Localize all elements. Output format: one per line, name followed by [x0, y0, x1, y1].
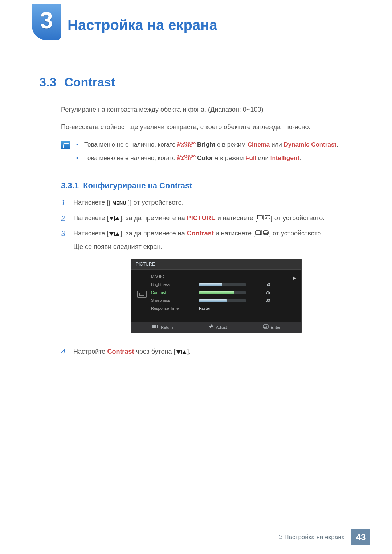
step-text: Натиснете [: [73, 230, 109, 237]
step-text: ] от устройството.: [271, 214, 324, 222]
svg-rect-8: [114, 232, 115, 236]
svg-marker-23: [182, 350, 187, 354]
note-text: Това меню не е налично, когато: [84, 155, 177, 161]
note-text: Това меню не е налично, когато: [84, 141, 177, 148]
step-1: 1 Натиснете [MENU] от устройството.: [61, 198, 359, 208]
svg-marker-0: [109, 217, 114, 220]
osd-label: Response Time: [151, 305, 191, 312]
magic-suffix: Color: [197, 155, 213, 161]
osd-category-icon-column: [135, 272, 149, 316]
subsection-title: Конфигуриране на Contrast: [83, 181, 192, 190]
svg-rect-16: [157, 325, 158, 328]
menu-button-key: MENU: [109, 200, 129, 206]
osd-row-response: Response Time : Faster: [151, 304, 298, 312]
step-3: 3 Натиснете [], за да преминете на Contr…: [61, 229, 359, 342]
subsection-heading: 3.3.1 Конфигуриране на Contrast: [61, 180, 359, 192]
highlight-word: PICTURE: [187, 214, 216, 222]
step-number: 1: [61, 198, 68, 208]
osd-footer-label: Return: [161, 324, 173, 331]
step-number: 3: [61, 229, 68, 239]
osd-text-value: Faster: [199, 305, 257, 312]
note-text: или: [270, 141, 283, 148]
chapter-number-badge: 3: [32, 4, 61, 40]
svg-marker-7: [109, 232, 114, 236]
svg-marker-17: [211, 324, 214, 327]
osd-footer-label: Adjust: [216, 324, 227, 331]
svg-rect-14: [152, 325, 155, 328]
osd-footer-adjust: Adjust: [209, 324, 227, 331]
section-number: 3.3: [39, 73, 56, 92]
svg-marker-18: [209, 326, 211, 329]
step-text: Натиснете [: [73, 214, 109, 222]
osd-colon: :: [193, 289, 197, 296]
footer-text: 3 Настройка на екрана: [279, 533, 345, 542]
step-body: Натиснете [], за да преминете на Contras…: [73, 229, 359, 342]
picture-icon: [137, 291, 147, 298]
step-text: ].: [187, 348, 191, 355]
magic-logo: SAMSUNGMAGIC: [177, 142, 196, 147]
note-item: Това меню не е налично, когато SAMSUNGMA…: [76, 140, 338, 149]
step-text: и натиснете [: [214, 230, 255, 237]
step-text: Ще се появи следният екран.: [73, 243, 162, 250]
osd-bar: [199, 281, 257, 288]
down-up-arrows-icon: [176, 347, 187, 357]
svg-rect-5: [265, 215, 270, 219]
osd-label: Brightness: [151, 282, 191, 288]
step-text: чрез бутона [: [134, 348, 175, 355]
osd-colon: :: [193, 305, 197, 312]
note-item: Това меню не е налично, когато SAMSUNGMA…: [76, 153, 338, 163]
step-2: 2 Натиснете [], за да преминете на PICTU…: [61, 213, 359, 224]
osd-screenshot: PICTURE ▶ MAGIC Brightne: [131, 259, 302, 333]
osd-footer: Return Adjust Enter: [131, 322, 301, 333]
step-number: 4: [61, 347, 68, 357]
page-content: 3.3Contrast Регулиране на контраста межд…: [0, 40, 392, 357]
osd-colon: :: [193, 297, 197, 304]
svg-marker-21: [176, 350, 181, 354]
osd-footer-enter: Enter: [263, 324, 280, 331]
step-text: и натиснете [: [216, 214, 257, 222]
enter-icon: [263, 324, 269, 331]
note-list: Това меню не е налично, когато SAMSUNGMA…: [76, 140, 338, 167]
note-text: .: [299, 155, 301, 161]
osd-value: 50: [259, 282, 270, 288]
source-enter-icon: [255, 229, 269, 239]
page-number: 43: [351, 529, 370, 545]
step-text: ], за да преминете на: [120, 214, 187, 222]
svg-rect-19: [263, 325, 268, 328]
osd-footer-return: Return: [152, 324, 173, 331]
intro-paragraph-2: По-високата стойност ще увеличи контраст…: [61, 122, 359, 132]
step-body: Натиснете [MENU] от устройството.: [73, 198, 359, 208]
step-text: ] от устройството.: [269, 230, 323, 237]
osd-bar: [199, 289, 257, 296]
osd-row-magic: MAGIC: [151, 272, 298, 280]
step-number: 2: [61, 213, 68, 224]
osd-value: 75: [259, 290, 270, 296]
down-up-arrows-icon: [109, 213, 120, 223]
svg-marker-9: [115, 232, 119, 236]
note-block: Това меню не е налично, когато SAMSUNGMA…: [61, 140, 359, 167]
chapter-title: Настройка на екрана: [68, 4, 217, 36]
svg-marker-20: [264, 327, 265, 328]
step-body: Настройте Contrast чрез бутона [].: [73, 347, 359, 357]
osd-colon: :: [193, 281, 197, 288]
step-text: ], за да преминете на: [120, 230, 187, 237]
svg-rect-15: [155, 325, 156, 328]
note-text: .: [336, 141, 338, 148]
svg-marker-13: [264, 233, 265, 234]
adjust-icon: [209, 324, 214, 331]
osd-label: Sharpness: [151, 297, 191, 304]
section-title: Contrast: [64, 75, 115, 89]
svg-rect-22: [181, 350, 182, 354]
steps-list: 1 Натиснете [MENU] от устройството. 2 На…: [61, 198, 359, 357]
page-footer: 3 Настройка на екрана 43: [0, 529, 392, 545]
magic-suffix: Bright: [197, 141, 215, 148]
osd-row-brightness: Brightness : 50: [151, 280, 298, 288]
magic-logo: SAMSUNGMAGIC: [177, 155, 196, 160]
svg-marker-2: [115, 217, 119, 220]
note-text: е в режим: [213, 155, 245, 161]
return-icon: [152, 324, 159, 331]
osd-menu: MAGIC Brightness : 50 Contrast: [149, 272, 298, 316]
step-4: 4 Настройте Contrast чрез бутона [].: [61, 347, 359, 357]
osd-panel: PICTURE ▶ MAGIC Brightne: [131, 259, 302, 333]
step-body: Натиснете [], за да преминете на PICTURE…: [73, 213, 359, 223]
